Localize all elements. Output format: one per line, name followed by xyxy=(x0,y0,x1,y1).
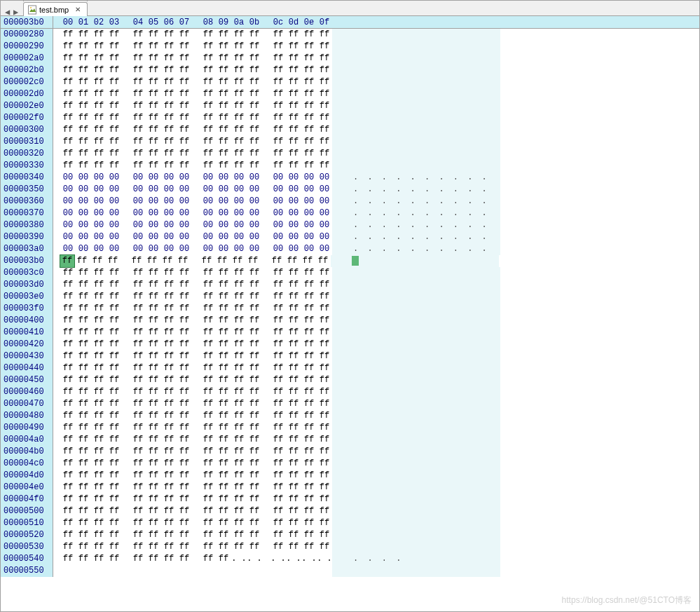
hex-byte[interactable]: ff xyxy=(91,434,107,446)
row-offset[interactable]: 000003f0 xyxy=(1,303,53,315)
hex-byte[interactable]: ff xyxy=(91,398,107,410)
hex-byte[interactable]: . . xyxy=(270,553,286,565)
hex-byte[interactable]: ff xyxy=(130,160,146,172)
row-offset[interactable]: 000004c0 xyxy=(1,458,53,470)
hex-byte[interactable]: ff xyxy=(216,517,231,529)
hex-byte[interactable]: ff xyxy=(247,458,262,470)
hex-byte[interactable]: 00 xyxy=(91,219,107,231)
hex-byte[interactable]: ff xyxy=(216,398,231,410)
hex-byte[interactable]: ff xyxy=(200,53,216,64)
hex-byte[interactable]: ff xyxy=(231,100,247,112)
hex-byte[interactable]: ff xyxy=(231,64,247,76)
hex-byte[interactable]: ff xyxy=(60,351,76,362)
row-offset[interactable]: 000002d0 xyxy=(1,88,53,100)
hex-byte[interactable]: ff xyxy=(146,529,161,541)
ascii-column[interactable]: . . . . . . . . . . . . . . . . xyxy=(332,172,500,184)
hex-byte[interactable]: ff xyxy=(76,470,91,482)
row-offset[interactable]: 00000460 xyxy=(1,386,53,398)
hex-byte[interactable] xyxy=(130,565,146,577)
hex-byte[interactable]: ff xyxy=(231,362,247,374)
hex-byte[interactable]: ff xyxy=(231,136,247,148)
hex-byte[interactable]: 00 xyxy=(317,243,332,255)
row-offset[interactable]: 000004e0 xyxy=(1,482,53,494)
hex-byte[interactable]: ff xyxy=(200,422,216,434)
row-offset[interactable]: 00000280 xyxy=(1,29,53,41)
hex-byte[interactable]: 00 xyxy=(247,243,262,255)
hex-byte[interactable]: ff xyxy=(60,410,76,422)
hex-byte[interactable]: ff xyxy=(301,64,317,76)
hex-byte[interactable]: ff xyxy=(161,374,177,386)
hex-byte[interactable]: ff xyxy=(107,88,122,100)
hex-byte[interactable]: ff xyxy=(60,315,76,327)
hex-byte[interactable]: ff xyxy=(76,88,91,100)
hex-byte[interactable]: ff xyxy=(177,541,192,553)
hex-byte[interactable]: ff xyxy=(231,76,247,88)
hex-byte[interactable]: ff xyxy=(231,434,247,446)
hex-byte[interactable]: 00 xyxy=(231,231,247,243)
hex-byte[interactable]: ff xyxy=(177,434,192,446)
hex-byte[interactable]: ff xyxy=(317,351,332,362)
hex-byte[interactable]: ff xyxy=(317,422,332,434)
hex-byte[interactable]: ff xyxy=(270,291,286,303)
row-offset[interactable]: 00000390 xyxy=(1,231,53,243)
hex-byte[interactable]: ff xyxy=(146,410,161,422)
hex-byte[interactable]: ff xyxy=(161,434,177,446)
hex-byte[interactable]: ff xyxy=(216,53,231,64)
hex-byte[interactable]: ff xyxy=(216,148,231,160)
hex-byte[interactable]: ff xyxy=(60,553,76,565)
hex-byte[interactable]: ff xyxy=(130,505,146,517)
hex-byte[interactable]: ff xyxy=(301,458,317,470)
hex-byte[interactable]: ff xyxy=(247,124,262,136)
hex-byte[interactable]: ff xyxy=(177,494,192,505)
hex-byte[interactable]: ff xyxy=(270,434,286,446)
hex-byte[interactable]: ff xyxy=(76,386,91,398)
hex-byte[interactable]: ff xyxy=(91,386,107,398)
hex-byte[interactable]: ff xyxy=(130,64,146,76)
hex-byte[interactable]: ff xyxy=(270,362,286,374)
hex-byte[interactable]: ff xyxy=(286,529,301,541)
tab-test-bmp[interactable]: test.bmp✕ xyxy=(23,2,88,16)
hex-byte[interactable]: ff xyxy=(216,136,231,148)
hex-byte[interactable]: ff xyxy=(177,386,192,398)
hex-byte[interactable]: ff xyxy=(231,458,247,470)
hex-byte[interactable]: ff xyxy=(200,553,216,565)
hex-byte[interactable]: ff xyxy=(247,529,262,541)
hex-byte[interactable]: ff xyxy=(216,470,231,482)
hex-byte[interactable]: ff xyxy=(216,279,231,291)
hex-byte[interactable]: ff xyxy=(247,41,262,53)
tab-prev-icon[interactable]: ◀ xyxy=(5,7,12,15)
hex-byte[interactable]: ff xyxy=(270,303,286,315)
hex-byte[interactable]: ff xyxy=(107,386,122,398)
hex-byte[interactable]: ff xyxy=(107,446,122,458)
hex-byte[interactable]: ff xyxy=(247,494,262,505)
hex-byte[interactable]: ff xyxy=(60,76,76,88)
hex-byte[interactable]: ff xyxy=(317,482,332,494)
hex-byte[interactable]: ff xyxy=(146,29,161,41)
hex-byte[interactable]: ff xyxy=(300,255,315,267)
hex-byte[interactable]: ff xyxy=(91,112,107,124)
hex-byte[interactable]: ff xyxy=(91,303,107,315)
hex-byte[interactable]: 00 xyxy=(286,243,301,255)
hex-byte[interactable]: 00 xyxy=(200,208,216,219)
hex-byte[interactable]: ff xyxy=(286,88,301,100)
hex-byte[interactable]: ff xyxy=(107,315,122,327)
row-offset[interactable]: 000004b0 xyxy=(1,446,53,458)
hex-byte[interactable]: ff xyxy=(230,255,245,267)
hex-byte[interactable]: ff xyxy=(130,374,146,386)
hex-byte[interactable]: ff xyxy=(146,148,161,160)
hex-byte[interactable]: ff xyxy=(269,255,284,267)
ascii-column[interactable] xyxy=(332,470,500,482)
hex-byte[interactable]: ff xyxy=(200,410,216,422)
hex-byte[interactable]: ff xyxy=(216,112,231,124)
hex-byte[interactable]: ff xyxy=(247,446,262,458)
hex-byte[interactable]: 00 xyxy=(301,219,317,231)
hex-byte[interactable]: ff xyxy=(286,100,301,112)
hex-byte[interactable]: ff xyxy=(177,505,192,517)
ascii-column[interactable] xyxy=(332,136,500,148)
hex-byte[interactable]: ff xyxy=(130,291,146,303)
hex-byte[interactable]: ff xyxy=(270,494,286,505)
hex-byte[interactable]: ff xyxy=(216,386,231,398)
hex-byte[interactable]: ff xyxy=(216,422,231,434)
hex-byte[interactable]: ff xyxy=(146,541,161,553)
hex-byte[interactable]: ff xyxy=(76,124,91,136)
